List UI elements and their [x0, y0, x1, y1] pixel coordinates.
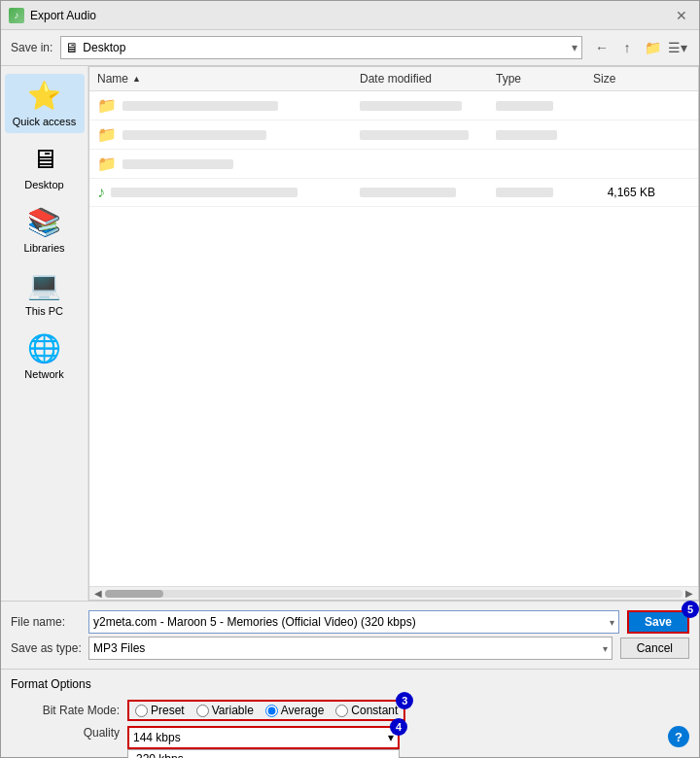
radio-variable[interactable]: Variable — [196, 704, 254, 717]
sidebar-label-network: Network — [24, 368, 63, 380]
savetype-value: MP3 Files — [93, 641, 603, 655]
bitrate-row: Bit Rate Mode: Preset Variable Average C… — [11, 699, 689, 722]
savetype-label: Save as type: — [11, 641, 88, 655]
savetype-dropdown-arrow: ▾ — [603, 643, 608, 654]
sidebar-item-quick-access[interactable]: ⭐ Quick access — [5, 74, 85, 133]
cancel-action: Cancel — [620, 637, 689, 659]
radio-average-input[interactable] — [265, 705, 278, 717]
export-audio-dialog: ♪ Export Audio ✕ Save in: 🖥 Desktop ▾ ← … — [0, 0, 700, 758]
quality-value: 144 kbps — [133, 731, 181, 744]
save-in-label: Save in: — [11, 41, 52, 54]
desktop-icon: 🖥 — [31, 143, 58, 175]
file-size: 4,165 KB — [585, 183, 663, 202]
app-icon: ♪ — [9, 8, 24, 23]
bitrate-radio-group: Preset Variable Average Constant 3 — [127, 700, 405, 721]
table-row[interactable]: 📁 — [89, 91, 698, 121]
folder-icon: 📁 — [97, 96, 117, 115]
sidebar-item-network[interactable]: 🌐 Network — [5, 327, 85, 386]
filename-dropdown-arrow: ▾ — [610, 617, 614, 628]
cancel-button[interactable]: Cancel — [620, 637, 689, 659]
back-button[interactable]: ← — [590, 36, 613, 59]
form-action-buttons: Save 5 — [627, 610, 689, 634]
quality-label: Quality — [11, 726, 127, 740]
table-row[interactable]: ♪ 4,165 KB — [89, 179, 698, 207]
sidebar-label-this-pc: This PC — [25, 305, 63, 317]
scroll-right-arrow[interactable]: ▶ — [682, 588, 696, 599]
savetype-row: Save as type: MP3 Files ▾ Cancel — [11, 637, 689, 660]
format-options-section: Format Options Bit Rate Mode: Preset Var… — [1, 669, 699, 757]
location-dropdown-arrow: ▾ — [572, 41, 578, 54]
quality-row: Quality 144 kbps ▾ 4 320 kbps 256 kbps 2… — [11, 726, 689, 749]
radio-variable-input[interactable] — [196, 705, 209, 717]
radio-constant-input[interactable] — [335, 705, 348, 717]
file-list-area: Name ▲ Date modified Type Size 📁 — [88, 66, 699, 601]
sidebar: ⭐ Quick access 🖥 Desktop 📚 Libraries 💻 T… — [1, 66, 88, 601]
toolbar-nav-buttons: ← ↑ 📁 ☰▾ — [590, 36, 689, 59]
help-button[interactable]: ? — [668, 726, 689, 747]
title-bar: ♪ Export Audio ✕ — [1, 1, 699, 30]
filename-input[interactable]: y2meta.com - Maroon 5 - Memories (Offici… — [88, 610, 619, 634]
filename-row: File name: y2meta.com - Maroon 5 - Memor… — [11, 610, 689, 634]
table-row[interactable]: 📁 — [89, 121, 698, 150]
network-icon: 🌐 — [27, 332, 61, 364]
main-area: ⭐ Quick access 🖥 Desktop 📚 Libraries 💻 T… — [1, 66, 699, 601]
quality-dropdown[interactable]: 144 kbps ▾ 4 — [127, 726, 400, 749]
col-size[interactable]: Size — [585, 69, 663, 88]
bitrate-badge: 3 — [396, 692, 413, 709]
up-button[interactable]: ↑ — [615, 36, 639, 59]
title-bar-left: ♪ Export Audio — [9, 8, 96, 23]
dialog-title: Export Audio — [30, 9, 96, 22]
radio-average[interactable]: Average — [265, 704, 324, 717]
quick-access-icon: ⭐ — [27, 80, 61, 112]
format-title: Format Options — [11, 677, 689, 691]
scroll-left-arrow[interactable]: ◀ — [91, 588, 105, 599]
libraries-icon: 📚 — [27, 206, 61, 238]
bitrate-label: Bit Rate Mode: — [11, 704, 127, 717]
location-toolbar: Save in: 🖥 Desktop ▾ ← ↑ 📁 ☰▾ — [1, 30, 699, 66]
bottom-form: File name: y2meta.com - Maroon 5 - Memor… — [1, 601, 699, 669]
view-button[interactable]: ☰▾ — [666, 36, 689, 59]
horizontal-scrollbar[interactable]: ◀ ▶ — [89, 586, 698, 600]
quality-dropdown-list: 320 kbps 256 kbps 224 kbps 192 kbps 160 … — [127, 749, 400, 758]
quality-option-320[interactable]: 320 kbps — [128, 750, 399, 758]
filename-value: y2meta.com - Maroon 5 - Memories (Offici… — [93, 615, 610, 629]
col-name[interactable]: Name ▲ — [89, 69, 352, 88]
sidebar-label-libraries: Libraries — [23, 242, 64, 254]
file-list-header: Name ▲ Date modified Type Size — [89, 67, 698, 91]
save-button[interactable]: Save — [627, 610, 689, 634]
file-list: 📁 📁 — [89, 91, 698, 586]
sidebar-label-quick-access: Quick access — [13, 116, 76, 127]
new-folder-button[interactable]: 📁 — [641, 36, 664, 59]
save-badge: 5 — [682, 601, 699, 618]
col-date[interactable]: Date modified — [352, 69, 488, 88]
table-row[interactable]: 📁 — [89, 150, 698, 179]
filename-label: File name: — [11, 615, 88, 629]
sidebar-item-libraries[interactable]: 📚 Libraries — [5, 200, 85, 259]
sidebar-label-desktop: Desktop — [24, 179, 63, 190]
sidebar-item-desktop[interactable]: 🖥 Desktop — [5, 137, 85, 196]
col-type[interactable]: Type — [488, 69, 585, 88]
location-dropdown[interactable]: 🖥 Desktop ▾ — [60, 36, 582, 59]
quality-badge: 4 — [390, 718, 407, 736]
close-button[interactable]: ✕ — [672, 6, 691, 25]
file-icon: ♪ — [97, 184, 105, 201]
folder-icon: 📁 — [97, 125, 117, 144]
folder-icon: 📁 — [97, 155, 117, 173]
sidebar-item-this-pc[interactable]: 💻 This PC — [5, 263, 85, 323]
radio-preset-input[interactable] — [135, 705, 148, 717]
this-pc-icon: 💻 — [27, 269, 61, 301]
radio-preset[interactable]: Preset — [135, 704, 185, 717]
quality-dropdown-container: 144 kbps ▾ 4 320 kbps 256 kbps 224 kbps … — [127, 726, 400, 749]
savetype-input[interactable]: MP3 Files ▾ — [88, 637, 612, 660]
radio-constant[interactable]: Constant — [335, 704, 398, 717]
